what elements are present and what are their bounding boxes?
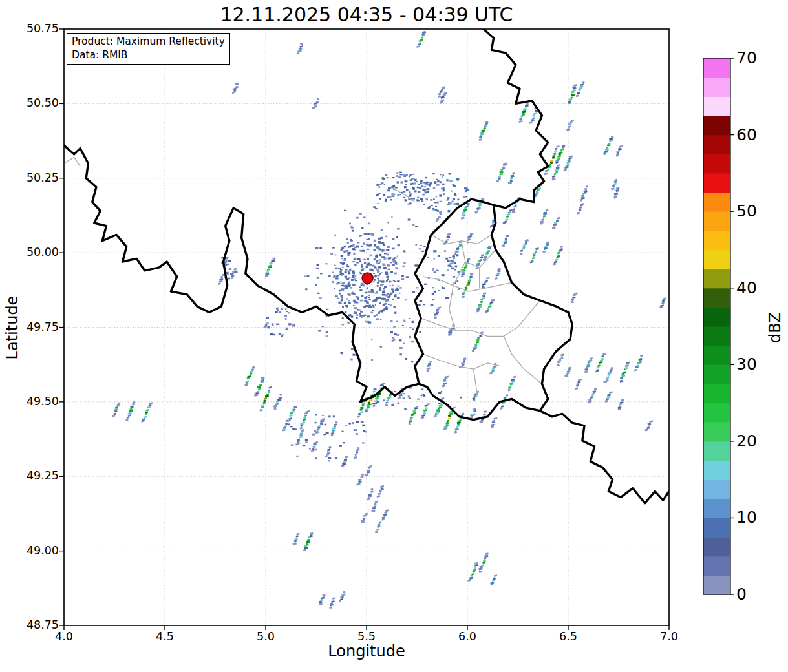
colorbar-tick-label: 30 (736, 355, 782, 373)
y-tick-label: 48.75 (18, 618, 59, 631)
colorbar (703, 58, 734, 595)
radar-map-plot (0, 0, 788, 672)
x-tick-label: 5.5 (346, 630, 387, 643)
figure-title: 12.11.2025 04:35 - 04:39 UTC (64, 3, 669, 26)
colorbar-tick-label: 70 (736, 48, 782, 67)
x-tick-label: 7.0 (648, 630, 690, 643)
data-source-line: Data: RMIB (72, 48, 225, 62)
y-tick-label: 49.25 (18, 469, 59, 482)
x-tick-label: 4.0 (43, 630, 85, 643)
colorbar-tick-label: 0 (736, 585, 782, 604)
x-tick-label: 5.0 (245, 630, 286, 643)
colorbar-tick-label: 20 (736, 432, 782, 450)
y-tick-label: 50.00 (18, 246, 59, 258)
radar-site-marker (362, 273, 373, 284)
y-tick-label: 50.25 (18, 171, 59, 184)
colorbar-tick-label: 50 (736, 202, 782, 220)
y-tick-label: 50.50 (18, 96, 59, 109)
y-tick-label: 49.75 (18, 320, 59, 333)
colorbar-tick-label: 10 (736, 508, 782, 527)
x-tick-label: 6.5 (548, 630, 589, 643)
product-annotation-box: Product: Maximum Reflectivity Data: RMIB (67, 33, 230, 65)
x-axis-label: Longitude (64, 642, 669, 660)
y-tick-label: 49.00 (18, 544, 59, 557)
product-line: Product: Maximum Reflectivity (72, 35, 225, 48)
radar-echoes (112, 31, 666, 609)
colorbar-tick-label: 60 (736, 125, 782, 144)
x-tick-label: 4.5 (144, 630, 186, 643)
y-tick-label: 50.75 (18, 22, 59, 35)
colorbar-tick-label: 40 (736, 278, 782, 297)
x-tick-label: 6.0 (447, 630, 488, 643)
axis-ticks (59, 29, 669, 630)
gridlines (64, 29, 669, 625)
colorbar-label: dBZ (766, 292, 785, 363)
y-tick-label: 49.50 (18, 395, 59, 408)
